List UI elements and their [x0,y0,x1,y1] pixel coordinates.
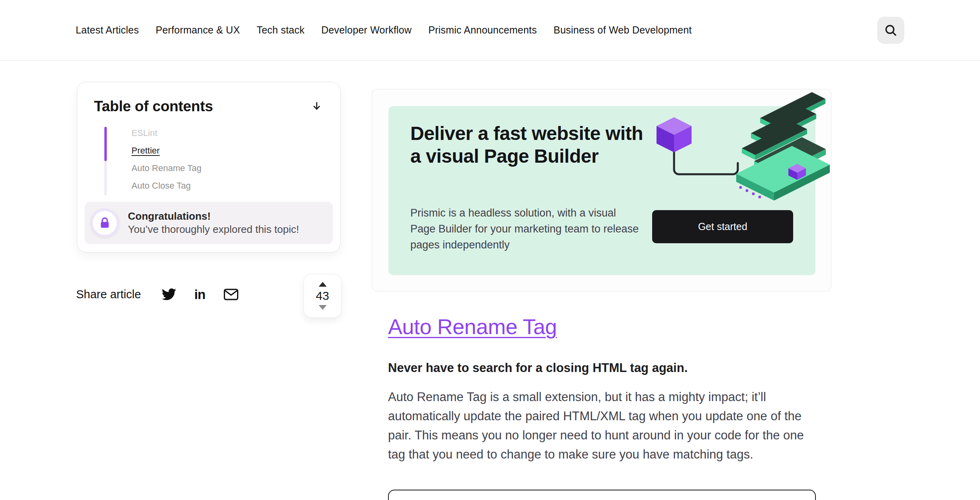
twitter-icon [162,287,176,301]
share-row: Share article in [76,284,239,305]
toc-header: Table of contents [94,98,323,115]
toc-item-auto-close-tag[interactable]: Auto Close Tag [131,177,323,195]
lock-badge [90,209,119,237]
section-heading-auto-rename-tag[interactable]: Auto Rename Tag [388,314,557,339]
vote-count: 43 [316,289,329,303]
get-started-button[interactable]: Get started [652,210,793,243]
share-linkedin-button[interactable]: in [194,286,205,302]
share-email-button[interactable] [223,286,239,302]
nav-tech-stack[interactable]: Tech stack [257,24,304,36]
toc-item-auto-rename-tag[interactable]: Auto Rename Tag [131,159,323,177]
email-envelope-icon [223,288,239,301]
article-page: Latest Articles Performance & UX Tech st… [0,0,980,500]
nav-performance-ux[interactable]: Performance & UX [156,24,240,36]
article-lead-text: Never have to search for a closing HTML … [388,361,818,375]
promo-banner: Deliver a fast website with a visual Pag… [388,106,815,275]
congratulations-title: Congratulations! [128,210,299,223]
nav-latest-articles[interactable]: Latest Articles [76,24,139,36]
table-of-contents-card: Table of contents ESLint Prettier Auto R… [77,82,341,252]
downvote-button[interactable] [318,304,328,311]
upvote-button[interactable] [318,281,328,288]
share-twitter-button[interactable] [162,286,176,302]
promo-body-text: Prismic is a headless solution, with a v… [410,205,641,253]
nav-business-web-dev[interactable]: Business of Web Development [554,24,692,36]
triangle-up-icon [319,282,327,288]
lock-icon [98,217,111,229]
promo-heading: Deliver a fast website with a visual Pag… [410,122,649,167]
toc-collapse-button[interactable] [310,99,323,114]
congratulations-banner: Congratulations! You’ve thoroughly explo… [84,202,333,244]
search-icon [884,24,898,37]
toc-item-prettier[interactable]: Prettier [131,142,323,159]
toc-list: ESLint Prettier Auto Rename Tag Auto Clo… [94,124,323,195]
nav-prismic-announcements[interactable]: Prismic Announcements [428,24,537,36]
code-block-partial [388,490,816,500]
arrow-down-icon [311,107,323,113]
toc-progress-fill [104,127,107,161]
nav-developer-workflow[interactable]: Developer Workflow [321,24,412,36]
toc-progress-track [104,127,107,195]
vote-widget: 43 [304,274,341,318]
search-button[interactable] [877,17,904,44]
top-navigation: Latest Articles Performance & UX Tech st… [0,0,980,61]
toc-item-eslint[interactable]: ESLint [131,124,323,142]
toc-title: Table of contents [94,98,213,115]
linkedin-icon: in [194,288,205,301]
article-paragraph: Auto Rename Tag is a small extension, bu… [388,388,818,464]
congratulations-message: You’ve thoroughly explored this topic! [128,223,299,236]
triangle-down-icon [319,305,327,311]
share-article-label: Share article [76,288,141,301]
congratulations-text: Congratulations! You’ve thoroughly explo… [128,210,299,236]
promo-banner-container: Deliver a fast website with a visual Pag… [372,89,831,291]
